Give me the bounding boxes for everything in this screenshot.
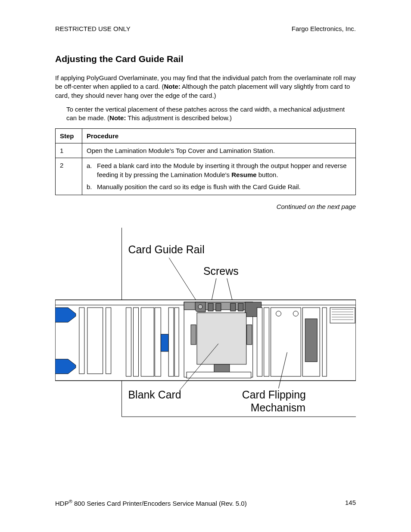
- intro-p1-note: Note:: [164, 83, 180, 90]
- svg-rect-14: [141, 308, 154, 376]
- footer-page-number: 145: [345, 499, 356, 507]
- svg-rect-25: [238, 303, 243, 311]
- substep-letter: b.: [87, 183, 97, 191]
- svg-rect-37: [305, 319, 317, 362]
- svg-rect-34: [271, 308, 301, 376]
- svg-rect-15: [155, 308, 161, 376]
- table-row: 2 a. Feed a blank card into the Module b…: [56, 158, 356, 195]
- intro-p2-b: This adjustment is described below.): [126, 114, 232, 121]
- substep-a-pre: Feed a blank card into the Module by ins…: [97, 162, 347, 178]
- footer-left-a: HDP: [55, 500, 69, 507]
- header-right: Fargo Electronics, Inc.: [292, 25, 356, 32]
- substep-a-strong: Resume: [231, 171, 256, 178]
- svg-rect-17: [168, 308, 174, 376]
- svg-rect-12: [126, 308, 131, 376]
- continued-note: Continued on the next page: [55, 203, 356, 210]
- procedure-table: Step Procedure 1 Open the Lamination Mod…: [55, 128, 356, 195]
- label-card-guide-rail: Card Guide Rail: [128, 243, 205, 255]
- label-blank-card: Blank Card: [128, 389, 181, 401]
- label-screws: Screws: [203, 265, 239, 277]
- svg-point-36: [293, 311, 298, 316]
- intro-paragraph-1: If applying PolyGuard Overlaminate, you …: [55, 74, 356, 100]
- svg-rect-39: [322, 308, 327, 376]
- svg-rect-9: [79, 308, 84, 374]
- footer-left: HDP® 800 Series Card Printer/Encoders Se…: [55, 499, 247, 507]
- step-number: 1: [56, 143, 82, 158]
- svg-point-35: [276, 311, 281, 316]
- section-title: Adjusting the Card Guide Rail: [55, 54, 356, 64]
- page-footer: HDP® 800 Series Card Printer/Encoders Se…: [55, 499, 356, 507]
- substep-body: Manually position the card so its edge i…: [97, 183, 301, 191]
- substep-b: b. Manually position the card so its edg…: [87, 183, 351, 191]
- header-left: RESTRICTED USE ONLY: [55, 25, 131, 32]
- registered-icon: ®: [69, 499, 72, 504]
- col-header-procedure: Procedure: [82, 129, 356, 143]
- svg-rect-27: [197, 313, 246, 364]
- svg-rect-33: [264, 308, 269, 376]
- svg-rect-31: [187, 372, 251, 378]
- footer-left-b: 800 Series Card Printer/Encoders Service…: [72, 500, 247, 507]
- table-header-row: Step Procedure: [56, 129, 356, 143]
- step-text: Open the Lamination Module's Top Cover a…: [82, 143, 356, 158]
- svg-rect-18: [174, 308, 179, 376]
- diagram-svg: Card Guide Rail Screws: [55, 223, 356, 426]
- svg-rect-24: [230, 303, 236, 311]
- step-number: 2: [56, 158, 82, 195]
- svg-rect-16: [161, 334, 168, 352]
- substep-body: Feed a blank card into the Module by ins…: [97, 162, 351, 179]
- intro-paragraph-2: To center the vertical placement of thes…: [66, 105, 356, 123]
- svg-rect-22: [208, 303, 213, 311]
- svg-rect-11: [106, 308, 111, 374]
- svg-rect-10: [87, 308, 103, 374]
- page-header: RESTRICTED USE ONLY Fargo Electronics, I…: [55, 25, 356, 32]
- intro-p2-note: Note:: [109, 114, 126, 121]
- label-card-flipping: Card Flipping: [242, 389, 306, 401]
- label-mechanism: Mechanism: [251, 401, 305, 414]
- svg-rect-28: [191, 325, 196, 345]
- svg-line-2: [169, 258, 199, 305]
- substep-letter: a.: [87, 162, 97, 179]
- svg-rect-23: [216, 303, 221, 311]
- substep-a-post: button.: [257, 171, 278, 178]
- substep-a: a. Feed a blank card into the Module by …: [87, 162, 351, 179]
- mechanical-diagram: Card Guide Rail Screws: [55, 223, 356, 426]
- svg-point-21: [198, 305, 202, 309]
- table-row: 1 Open the Lamination Module's Top Cover…: [56, 143, 356, 158]
- step-text: a. Feed a blank card into the Module by …: [82, 158, 356, 195]
- svg-rect-32: [257, 308, 262, 376]
- svg-rect-40: [330, 308, 355, 323]
- col-header-step: Step: [56, 129, 82, 143]
- svg-rect-29: [247, 325, 252, 345]
- svg-rect-13: [133, 308, 138, 376]
